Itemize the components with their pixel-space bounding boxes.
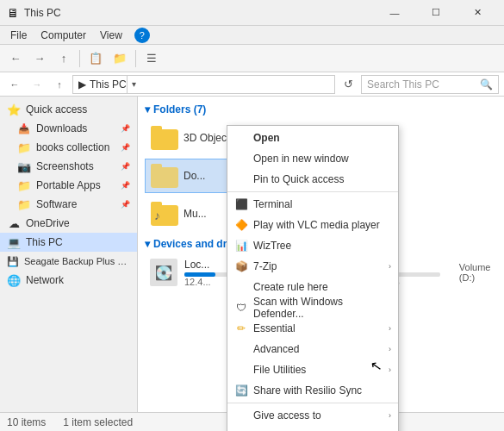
ctx-7zip-label: 7-Zip: [253, 260, 277, 272]
volume-label: Volume (D:): [459, 262, 497, 283]
refresh-button[interactable]: ↺: [339, 75, 358, 94]
maximize-button[interactable]: ☐: [416, 0, 456, 26]
menu-view[interactable]: View: [93, 28, 129, 43]
ctx-terminal-icon: ⬛: [234, 197, 248, 211]
address-box[interactable]: ▶ This PC ▾: [72, 75, 335, 94]
sidebar-item-books-collection[interactable]: 📁 books collection 📌: [0, 138, 137, 157]
sidebar-item-onedrive[interactable]: ☁ OneDrive: [0, 214, 137, 233]
ctx-pin-icon: [234, 172, 248, 186]
devices-chevron-icon: ▾: [145, 238, 150, 250]
ctx-give-access-arrow: ›: [389, 411, 391, 420]
view-button[interactable]: ☰: [141, 48, 162, 69]
sidebar-item-seagate[interactable]: 💾 Seagate Backup Plus Drive (E: [0, 252, 137, 271]
ctx-open-new-window-icon: [234, 152, 248, 166]
search-box[interactable]: Search This PC 🔍: [361, 75, 499, 94]
ctx-terminal-label: Terminal: [253, 198, 292, 210]
ctx-open-new-window-label: Open in new window: [253, 153, 349, 165]
this-pc-icon: 💻: [7, 236, 21, 249]
ctx-create-rule[interactable]: Create rule here: [227, 277, 398, 297]
back-button[interactable]: ←: [5, 48, 26, 69]
new-folder-button[interactable]: 📁: [109, 48, 130, 69]
status-items-count: 10 items: [7, 416, 46, 428]
address-icon: ▶: [78, 78, 86, 91]
screenshots-icon: 📷: [17, 160, 31, 173]
window-title: This PC: [24, 7, 61, 19]
toolbar-separator-1: [79, 50, 80, 67]
folder-icon-3d-objects: [151, 126, 178, 150]
sidebar-item-software[interactable]: 📁 Software 📌: [0, 195, 137, 214]
folders-chevron-icon: ▾: [145, 103, 150, 116]
sidebar-item-portable-apps[interactable]: 📁 Portable Apps 📌: [0, 176, 137, 195]
sidebar-label-quick-access: Quick access: [26, 103, 87, 116]
up-button[interactable]: ↑: [53, 48, 74, 69]
close-button[interactable]: ✕: [457, 0, 497, 26]
ctx-open[interactable]: Open: [227, 128, 398, 148]
ctx-advanced-arrow: ›: [389, 345, 391, 353]
forward-button[interactable]: →: [29, 48, 50, 69]
software-icon: 📁: [17, 198, 31, 211]
star-icon: ⭐: [7, 103, 21, 116]
ctx-open-label: Open: [253, 132, 280, 144]
sidebar-item-this-pc[interactable]: 💻 This PC: [0, 233, 137, 252]
properties-button[interactable]: 📋: [85, 48, 106, 69]
address-chevron[interactable]: ▾: [127, 75, 140, 94]
ctx-scan-defender-icon: 🛡: [234, 301, 248, 315]
ctx-open-new-window[interactable]: Open in new window: [227, 148, 398, 169]
ctx-wiztree[interactable]: 📊 WizTree: [227, 235, 398, 256]
address-path: This PC: [90, 78, 127, 91]
nav-forward-button[interactable]: →: [28, 75, 47, 94]
nav-back-button[interactable]: ←: [5, 75, 24, 94]
ctx-wiztree-icon: 📊: [234, 239, 248, 253]
nav-up-button[interactable]: ↑: [50, 75, 69, 94]
local-disk-icon: 💽: [150, 259, 177, 286]
ctx-resilio-label: Share with Resilio Sync: [253, 384, 362, 397]
seagate-icon: 💾: [7, 256, 19, 267]
menu-file[interactable]: File: [3, 28, 34, 43]
sidebar: ⭐ Quick access 📥 Downloads 📌 📁 books col…: [0, 97, 138, 412]
sidebar-item-quick-access[interactable]: ⭐ Quick access: [0, 100, 137, 119]
ctx-wiztree-label: WizTree: [253, 240, 291, 252]
ctx-file-utilities-arrow: ›: [389, 365, 391, 374]
sidebar-label-this-pc: This PC: [26, 236, 63, 248]
status-selected-count: 1 item selected: [63, 416, 133, 428]
ctx-divider-2: [227, 403, 398, 403]
search-icon: 🔍: [480, 78, 493, 91]
ctx-divider-1: [227, 191, 398, 192]
sidebar-item-screenshots[interactable]: 📷 Screenshots 📌: [0, 157, 137, 176]
books-pin-icon: 📌: [121, 143, 130, 152]
books-folder-icon: 📁: [17, 141, 31, 154]
menu-computer[interactable]: Computer: [34, 28, 93, 43]
folder-icon-mu: ♪: [151, 202, 178, 226]
ctx-7zip-arrow: ›: [389, 262, 391, 271]
downloads-icon: 📥: [17, 123, 31, 134]
ctx-give-access-label: Give access to: [253, 409, 321, 422]
sidebar-item-network[interactable]: 🌐 Network: [0, 271, 137, 290]
folders-header-label: Folders (7): [153, 103, 206, 116]
ctx-resilio-sync[interactable]: 🔄 Share with Resilio Sync: [227, 380, 398, 401]
ctx-give-access[interactable]: Give access to ›: [227, 405, 398, 426]
ctx-essential[interactable]: ✏ Essential ›: [227, 318, 398, 339]
ctx-essential-arrow: ›: [389, 324, 391, 333]
toolbar: ← → ↑ 📋 📁 ☰: [0, 45, 504, 72]
ctx-teracopy[interactable]: TeraCopy...: [227, 426, 398, 431]
ctx-pin-label: Pin to Quick access: [253, 173, 344, 185]
ctx-essential-label: Essential: [253, 322, 296, 334]
ctx-vlc[interactable]: 🔶 Play with VLC media player: [227, 215, 398, 235]
network-icon: 🌐: [7, 274, 21, 287]
ctx-open-icon: [234, 131, 248, 145]
ctx-file-utilities[interactable]: File Utilities ›: [227, 359, 398, 380]
ctx-pin-quick-access[interactable]: Pin to Quick access: [227, 169, 398, 190]
downloads-pin-icon: 📌: [121, 124, 130, 133]
ctx-advanced[interactable]: Advanced ›: [227, 339, 398, 359]
ctx-terminal[interactable]: ⬛ Terminal: [227, 194, 398, 215]
onedrive-icon: ☁: [7, 217, 21, 230]
screenshots-pin-icon: 📌: [121, 162, 130, 171]
minimize-button[interactable]: —: [375, 0, 414, 26]
help-button[interactable]: ?: [134, 28, 150, 43]
ctx-scan-defender[interactable]: 🛡 Scan with Windows Defender...: [227, 297, 398, 318]
ctx-7zip[interactable]: 📦 7-Zip ›: [227, 256, 398, 277]
folder-label-mu: Mu...: [184, 208, 207, 220]
ctx-advanced-label: Advanced: [253, 343, 299, 355]
search-placeholder: Search This PC: [367, 78, 439, 91]
sidebar-item-downloads[interactable]: 📥 Downloads 📌: [0, 119, 137, 138]
